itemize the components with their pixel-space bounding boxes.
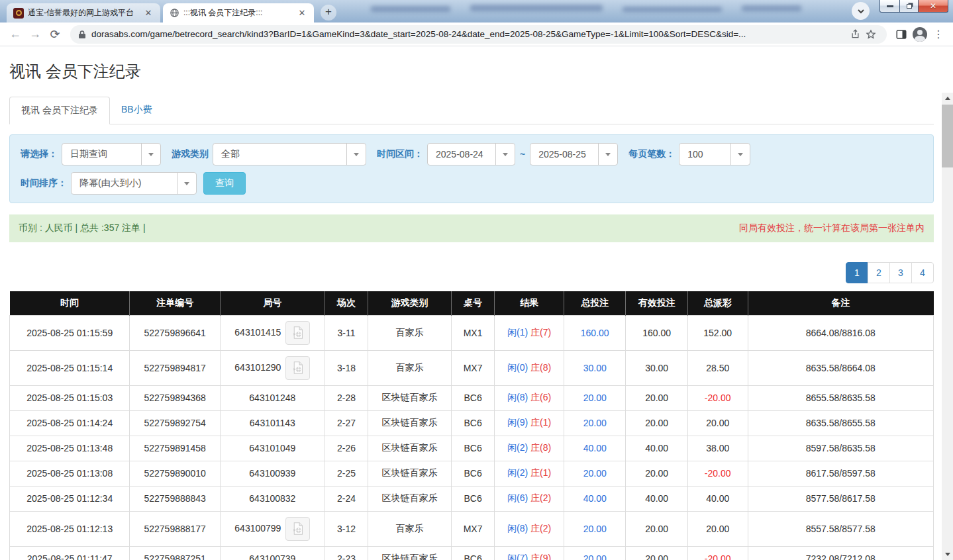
cell-table-number: BC6 <box>451 410 495 436</box>
page-scrollbar[interactable] <box>942 93 953 560</box>
browser-tab-home[interactable]: 通宝-信誉最好的网上游戏平台 ✕ <box>7 3 160 23</box>
page-title: 视讯 会员下注纪录 <box>9 61 934 82</box>
cell-payout: -20.00 <box>687 546 748 560</box>
cell-remark: 8635.58/8664.08 <box>748 350 933 385</box>
cell-remark: 8664.08/8816.08 <box>748 315 933 350</box>
cell-game-kind: 百家乐 <box>368 350 452 385</box>
page-button-2[interactable]: 2 <box>868 262 890 283</box>
tab-close-icon[interactable]: ✕ <box>143 8 154 19</box>
cell-table-number: BC6 <box>451 385 495 410</box>
browser-tab-betrecord[interactable]: :::视讯 会员下注纪录::: ✕ <box>163 3 314 23</box>
window-restore-button[interactable] <box>899 0 919 13</box>
cell-total-bet[interactable]: 20.00 <box>564 461 625 486</box>
video-replay-button[interactable] <box>285 517 310 541</box>
page-size-select[interactable]: 100 <box>679 143 750 165</box>
url-text: dorasabs.com/game/betrecord_search/kind3… <box>91 29 840 39</box>
table-row: 2025-08-25 01:15:59522759896641643101415… <box>10 315 934 350</box>
forward-button[interactable]: → <box>25 24 45 44</box>
cell-session: 3-11 <box>325 315 368 350</box>
cell-total-bet[interactable]: 20.00 <box>564 410 625 436</box>
tab-betrecord[interactable]: 视讯 会员下注纪录 <box>9 97 110 124</box>
cell-payout: 152.00 <box>687 315 748 350</box>
new-tab-button[interactable]: + <box>321 5 336 21</box>
profile-avatar-icon[interactable] <box>911 25 929 44</box>
cell-remark: 8617.58/8597.58 <box>748 461 933 486</box>
cell-round-number: 643100739 <box>221 546 325 560</box>
column-header: 总投注 <box>564 291 625 315</box>
bookmark-star-icon[interactable] <box>863 26 879 42</box>
lock-icon <box>78 30 86 39</box>
cell-total-bet[interactable]: 40.00 <box>564 486 625 511</box>
cell-payout: -20.00 <box>687 461 748 486</box>
date-start-select[interactable]: 2025-08-24 <box>427 143 515 165</box>
page-content: 视讯 会员下注纪录 视讯 会员下注纪录 BB小费 请选择： 日期查询 游戏类别 … <box>0 46 953 560</box>
cell-valid-bet: 20.00 <box>626 410 687 436</box>
tab-bb-tip[interactable]: BB小费 <box>110 97 164 124</box>
cell-time: 2025-08-25 01:14:24 <box>10 410 130 436</box>
cell-table-number: BC6 <box>451 546 495 560</box>
reload-button[interactable]: ⟳ <box>45 24 65 44</box>
page-button-4[interactable]: 4 <box>911 262 934 283</box>
scroll-down-icon[interactable] <box>942 549 953 560</box>
game-kind-select[interactable]: 全部 <box>213 143 366 165</box>
bet-records-table: 时间注单编号局号场次游戏类别桌号结果总投注有效投注总派彩备注 2025-08-2… <box>9 291 934 560</box>
scroll-up-icon[interactable] <box>942 93 953 104</box>
cell-total-bet[interactable]: 160.00 <box>564 315 625 350</box>
cell-remark: 8597.58/8635.58 <box>748 436 933 461</box>
cell-total-bet[interactable]: 20.00 <box>564 385 625 410</box>
window-minimize-button[interactable] <box>879 0 900 13</box>
filter-panel: 请选择： 日期查询 游戏类别 全部 时间区间： 2025-08-24 <box>9 134 934 203</box>
scrollbar-thumb[interactable] <box>942 105 953 167</box>
column-header: 结果 <box>495 291 564 315</box>
cell-bet-number: 522759896641 <box>130 315 221 350</box>
table-row: 2025-08-25 01:13:48522759891458643101049… <box>10 436 934 461</box>
range-separator: ~ <box>520 149 525 160</box>
cell-result: 闲(1) 庄(7) <box>495 315 564 350</box>
page-button-1[interactable]: 1 <box>846 262 868 283</box>
cell-valid-bet: 20.00 <box>626 385 687 410</box>
browser-window: 通宝-信誉最好的网上游戏平台 ✕ :::视讯 会员下注纪录::: ✕ + ✕ ←… <box>0 0 953 560</box>
share-icon[interactable] <box>847 26 863 42</box>
cell-table-number: MX7 <box>451 350 495 385</box>
cell-valid-bet: 30.00 <box>626 350 687 385</box>
chevron-down-icon <box>177 173 196 194</box>
back-button[interactable]: ← <box>5 24 25 44</box>
column-header: 备注 <box>748 291 933 315</box>
cell-round-number: 643100832 <box>221 486 325 511</box>
cell-total-bet[interactable]: 20.00 <box>564 546 625 560</box>
tab-search-chevron-icon[interactable] <box>852 2 870 20</box>
cell-round-number: 643101049 <box>221 436 325 461</box>
cell-session: 2-27 <box>325 410 368 436</box>
cell-bet-number: 522759892754 <box>130 410 221 436</box>
video-replay-button[interactable] <box>285 356 310 380</box>
sort-select[interactable]: 降幂(由大到小) <box>71 172 197 195</box>
summary-notice-text: 同局有效投注，统一计算在该局第一张注单内 <box>739 222 925 234</box>
time-range-label: 时间区间： <box>377 148 423 160</box>
page-button-3[interactable]: 3 <box>889 262 912 283</box>
cell-game-kind: 百家乐 <box>368 511 452 546</box>
cell-round-number: 643101290 <box>221 350 325 385</box>
browser-menu-icon[interactable]: ⋮ <box>929 25 948 44</box>
cell-total-bet[interactable]: 20.00 <box>564 511 625 546</box>
address-bar[interactable]: dorasabs.com/game/betrecord_search/kind3… <box>70 25 887 44</box>
cell-payout: 40.00 <box>687 486 748 511</box>
cell-table-number: BC6 <box>451 461 495 486</box>
search-button[interactable]: 查询 <box>203 172 246 195</box>
cell-total-bet[interactable]: 40.00 <box>564 436 625 461</box>
cell-valid-bet: 40.00 <box>626 436 687 461</box>
tab-close-icon[interactable]: ✕ <box>297 8 307 19</box>
cell-game-kind: 区块链百家乐 <box>368 410 452 436</box>
cell-round-number: 643101143 <box>221 410 325 436</box>
date-end-select[interactable]: 2025-08-25 <box>530 143 618 165</box>
site-favicon <box>13 8 24 19</box>
cell-time: 2025-08-25 01:13:48 <box>10 436 130 461</box>
browser-toolbar: ← → ⟳ dorasabs.com/game/betrecord_search… <box>0 23 953 46</box>
video-replay-button[interactable] <box>285 321 310 345</box>
window-close-button[interactable]: ✕ <box>918 0 948 13</box>
side-panel-icon[interactable] <box>892 25 911 44</box>
cell-round-number: 643100799 <box>221 511 325 546</box>
cell-total-bet[interactable]: 30.00 <box>564 350 625 385</box>
table-row: 2025-08-25 01:14:24522759892754643101143… <box>10 410 934 436</box>
query-type-select[interactable]: 日期查询 <box>62 143 161 165</box>
cell-remark: 8635.58/8655.58 <box>748 410 933 436</box>
